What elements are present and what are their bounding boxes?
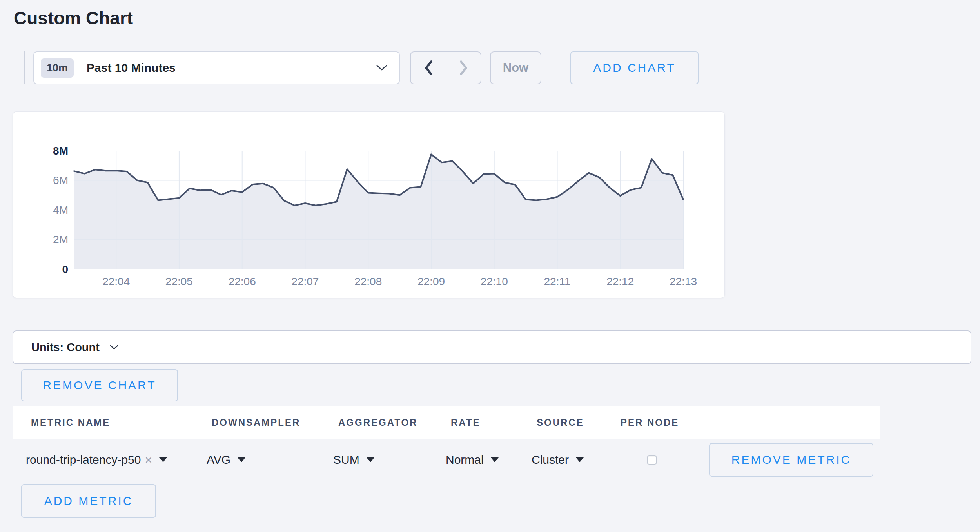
- svg-text:22:11: 22:11: [544, 275, 571, 288]
- per-node-checkbox[interactable]: [647, 455, 657, 465]
- dropdown-caret-icon: [367, 457, 374, 462]
- dropdown-caret-icon: [491, 457, 499, 462]
- svg-text:22:05: 22:05: [165, 275, 193, 288]
- aggregator-value: SUM: [333, 453, 359, 466]
- next-time-button[interactable]: [446, 52, 481, 84]
- header-source: SOURCE: [518, 417, 602, 428]
- clear-metric-icon[interactable]: ×: [145, 454, 152, 466]
- toolbar-left-divider: [24, 51, 25, 84]
- svg-text:22:10: 22:10: [481, 275, 508, 288]
- prev-time-button[interactable]: [411, 52, 446, 84]
- time-pager: [410, 51, 481, 84]
- metric-row: round-trip-latency-p50 × AVG SUM Normal: [13, 439, 880, 481]
- downsampler-value: AVG: [207, 453, 230, 466]
- remove-metric-button[interactable]: REMOVE METRIC: [709, 443, 873, 477]
- metric-name-value: round-trip-latency-p50: [26, 453, 141, 466]
- metric-chart: 8M6M4M2M022:0422:0522:0622:0722:0822:092…: [13, 112, 724, 298]
- now-button[interactable]: Now: [490, 51, 541, 84]
- rate-value: Normal: [446, 453, 484, 466]
- header-metric-name: METRIC NAME: [13, 417, 193, 428]
- source-value: Cluster: [532, 453, 569, 466]
- svg-text:22:04: 22:04: [102, 275, 130, 288]
- svg-text:4M: 4M: [53, 204, 68, 216]
- dropdown-caret-icon: [159, 457, 167, 462]
- svg-text:22:07: 22:07: [291, 275, 319, 288]
- source-select[interactable]: Cluster: [532, 453, 584, 466]
- aggregator-select[interactable]: SUM: [333, 453, 374, 466]
- rate-select[interactable]: Normal: [446, 453, 499, 466]
- svg-text:6M: 6M: [53, 174, 68, 186]
- time-scale-badge: 10m: [41, 58, 74, 78]
- svg-text:0: 0: [62, 263, 68, 275]
- metrics-table-header: METRIC NAME DOWNSAMPLER AGGREGATOR RATE …: [13, 406, 880, 439]
- svg-text:2M: 2M: [53, 233, 68, 246]
- header-aggregator: AGGREGATOR: [320, 417, 432, 428]
- svg-text:22:08: 22:08: [354, 275, 382, 288]
- svg-text:22:12: 22:12: [606, 275, 634, 288]
- remove-chart-button[interactable]: REMOVE CHART: [21, 369, 178, 401]
- svg-text:22:13: 22:13: [670, 275, 697, 288]
- dropdown-caret-icon: [238, 457, 245, 462]
- page-title: Custom Chart: [14, 8, 967, 28]
- units-label: Units: Count: [31, 341, 100, 354]
- add-chart-button[interactable]: ADD CHART: [570, 51, 699, 84]
- header-downsampler: DOWNSAMPLER: [193, 417, 320, 428]
- time-range-label: Past 10 Minutes: [87, 61, 176, 75]
- metric-name-select[interactable]: round-trip-latency-p50 ×: [26, 453, 167, 466]
- dropdown-caret-icon: [576, 457, 584, 462]
- units-select[interactable]: Units: Count: [13, 330, 971, 364]
- svg-text:22:09: 22:09: [417, 275, 445, 288]
- metric-chart-card: 8M6M4M2M022:0422:0522:0622:0722:0822:092…: [13, 111, 725, 298]
- add-metric-button[interactable]: ADD METRIC: [21, 484, 156, 518]
- chevron-left-icon: [424, 60, 433, 75]
- chevron-down-icon: [110, 345, 118, 350]
- svg-text:8M: 8M: [53, 145, 68, 157]
- chevron-down-icon: [376, 65, 387, 71]
- downsampler-select[interactable]: AVG: [207, 453, 245, 466]
- svg-text:22:06: 22:06: [229, 275, 256, 288]
- time-range-select[interactable]: 10m Past 10 Minutes: [33, 51, 400, 84]
- header-rate: RATE: [432, 417, 518, 428]
- header-per-node: PER NODE: [602, 417, 709, 428]
- chevron-right-icon: [459, 60, 468, 75]
- toolbar: 10m Past 10 Minutes Now ADD CHART: [13, 51, 967, 84]
